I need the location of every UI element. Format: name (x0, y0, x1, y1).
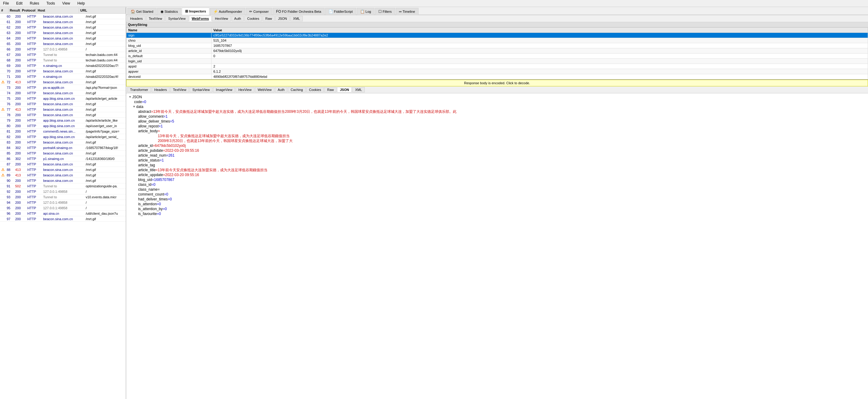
traffic-row[interactable]: 63 200 HTTP beacon.sina.com.cn /mrt.gif (0, 30, 126, 35)
response-tab-transformer[interactable]: Transformer (127, 87, 151, 92)
traffic-row[interactable]: ⚠ 72 413 HTTP beacon.sina.com.cn /mrt.gi… (0, 79, 126, 85)
request-tab-json[interactable]: JSON (275, 16, 290, 21)
response-tab-xml[interactable]: XML (352, 87, 365, 92)
row-num: 73 (5, 85, 14, 90)
row-url: /mrt.gif (85, 178, 126, 183)
top-tab-log[interactable]: 📋Log (357, 8, 374, 15)
traffic-row[interactable]: 78 200 HTTP beacon.sina.com.cn /mrt.gif (0, 112, 126, 118)
querystring-row[interactable]: chno515_104 (126, 38, 868, 43)
response-tab-json[interactable]: JSON (337, 87, 352, 92)
response-tab-auth[interactable]: Auth (275, 87, 287, 92)
traffic-row[interactable]: 85 200 HTTP beacon.sina.com.cn /mrt.gif (0, 150, 126, 156)
traffic-row[interactable]: 60 200 HTTP beacon.sina.com.cn /mrt.gif (0, 14, 126, 19)
traffic-row[interactable]: 87 200 HTTP beacon.sina.com.cn /mrt.gif (0, 162, 126, 167)
response-tab-caching[interactable]: Caching (288, 87, 305, 92)
menu-rules[interactable]: Rules (28, 1, 41, 6)
response-tab-imageview[interactable]: ImageView (213, 87, 235, 92)
querystring-row[interactable]: appid2 (126, 64, 868, 69)
traffic-row[interactable]: 97 200 HTTP beacon.sina.com.cn /mrt.gif (0, 216, 126, 222)
traffic-row[interactable]: 90 200 HTTP beacon.sina.com.cn /mrt.gif (0, 178, 126, 183)
json-node[interactable]: JSON (129, 94, 866, 99)
traffic-row[interactable]: 83 200 HTTP beacon.sina.com.cn /mrt.gif (0, 140, 126, 145)
querystring-row[interactable]: blog_uid1685707867 (126, 43, 868, 48)
menu-view[interactable]: View (60, 1, 72, 6)
traffic-row[interactable]: 82 200 HTTP app.blog.sina.com.cn /api/ar… (0, 134, 126, 140)
row-protocol: HTTP (26, 69, 42, 73)
response-tab-hexview[interactable]: HexView (236, 87, 254, 92)
traffic-row[interactable]: 68 200 HTTP Tunnel to techain.baidu.com:… (0, 57, 126, 63)
tab-icon: 📋 (360, 9, 365, 14)
traffic-row[interactable]: 61 200 HTTP beacon.sina.com.cn /mrt.gif (0, 19, 126, 25)
request-tab-hexview[interactable]: HexView (212, 16, 231, 21)
traffic-row[interactable]: 80 200 HTTP app.blog.sina.com.cn /api/us… (0, 123, 126, 129)
traffic-row[interactable]: 91 502 HTTP Tunnel to optimizationguide-… (0, 183, 126, 189)
request-tab-webforms[interactable]: WebForms (189, 16, 212, 21)
request-tab-textview[interactable]: TextView (146, 16, 165, 21)
traffic-row[interactable]: 74 200 HTTP beacon.sina.com.cn /mrt.gif (0, 90, 126, 96)
querystring-row[interactable]: article_id6479dc5b0102yo0j (126, 48, 868, 54)
querystring-row[interactable]: appver6.1.2 (126, 69, 868, 74)
request-tab-raw[interactable]: Raw (262, 16, 275, 21)
traffic-row[interactable]: ⚠ 88 413 HTTP beacon.sina.com.cn /mrt.gi… (0, 167, 126, 172)
traffic-row[interactable]: 81 200 HTTP comment5.news.sin... /page/i… (0, 129, 126, 134)
menu-help[interactable]: Help (76, 1, 87, 6)
request-tab-xml[interactable]: XML (290, 16, 303, 21)
json-tree[interactable]: JSON ·code=0 data ·abstract=13年前今天，安贞焕抵达… (126, 93, 868, 399)
traffic-row[interactable]: ⚠ 89 413 HTTP beacon.sina.com.cn /mrt.gi… (0, 172, 126, 178)
traffic-row[interactable]: 76 200 HTTP beacon.sina.com.cn /mrt.gif (0, 101, 126, 107)
traffic-row[interactable]: 71 200 HTTP n.sinaimg.cn /sinakd20220320… (0, 74, 126, 79)
response-tab-textview[interactable]: TextView (170, 87, 189, 92)
traffic-row[interactable]: 84 302 HTTP portrait4.sinaimg.cn /168570… (0, 145, 126, 150)
response-tab-syntaxview[interactable]: SyntaxView (190, 87, 212, 92)
top-tab-timeline[interactable]: ═Timeline (396, 8, 418, 15)
menu-edit[interactable]: Edit (14, 1, 24, 6)
traffic-row[interactable]: 73 200 HTTP ps-w.applik.cn /api.php?form… (0, 85, 126, 90)
traffic-row[interactable]: 96 200 HTTP api.sina.cn /util/client_dau… (0, 211, 126, 216)
top-tab-get-started[interactable]: 🏠Get Started (127, 8, 157, 15)
json-expand-arrow[interactable] (132, 104, 135, 109)
top-tab-filters[interactable]: ☐Filters (375, 8, 395, 15)
traffic-row[interactable]: 79 200 HTTP app.blog.sina.com.cn /api/ar… (0, 118, 126, 123)
traffic-row[interactable]: 66 200 HTTP 127.0.0.1:49858 / (0, 47, 126, 52)
row-num: 70 (5, 69, 14, 73)
traffic-row[interactable]: ⚠ 77 413 HTTP beacon.sina.com.cn /mrt.gi… (0, 107, 126, 112)
traffic-row[interactable]: 92 200 HTTP 127.0.0.1:49858 / (0, 189, 126, 194)
response-tab-cookies[interactable]: Cookies (306, 87, 324, 92)
traffic-row[interactable]: 65 200 HTTP beacon.sina.com.cn /mrt.gif (0, 41, 126, 47)
menu-tools[interactable]: Tools (45, 1, 57, 6)
menu-file[interactable]: File (1, 1, 11, 6)
top-tab-composer[interactable]: ✏Composer (246, 8, 272, 15)
traffic-row[interactable]: 62 200 HTTP beacon.sina.com.cn /mrt.gif (0, 25, 126, 30)
json-indent (129, 163, 137, 168)
response-tab-raw[interactable]: Raw (324, 87, 336, 92)
querystring-row[interactable]: is_default0 (126, 54, 868, 59)
top-tab-autoresponder[interactable]: ⚡AutoResponder (210, 8, 245, 15)
querystring-row[interactable]: deviceid4890b6ff22f70f87d8f757fdd8804ebd (126, 74, 868, 79)
traffic-row[interactable]: 70 200 HTTP beacon.sina.com.cn /mrt.gif (0, 68, 126, 74)
notice-bar[interactable]: Response body is encoded. Click to decod… (126, 80, 868, 86)
querystring-row[interactable]: signc9f1e5227d032e9d136b774f99ec53fb6a49… (126, 33, 868, 38)
json-expand-arrow[interactable] (129, 94, 132, 99)
traffic-row[interactable]: 95 200 HTTP 127.0.0.1:49858 / (0, 205, 126, 211)
traffic-row[interactable]: 86 302 HTTP p1.sinaimg.cn /1412318360/18… (0, 156, 126, 162)
traffic-row[interactable]: 75 200 HTTP app.blog.sina.com.cn /api/ar… (0, 96, 126, 101)
request-tab-headers[interactable]: Headers (127, 16, 146, 21)
row-protocol: HTTP (26, 178, 42, 183)
top-tab-statistics[interactable]: ◉Statistics (157, 8, 181, 15)
traffic-row[interactable]: 94 200 HTTP 127.0.0.1:49858 / (0, 200, 126, 205)
request-tab-auth[interactable]: Auth (231, 16, 244, 21)
traffic-row[interactable]: 93 200 HTTP Tunnel to v10.events.data.mi… (0, 194, 126, 200)
request-tab-cookies[interactable]: Cookies (244, 16, 262, 21)
traffic-list[interactable]: 60 200 HTTP beacon.sina.com.cn /mrt.gif … (0, 14, 126, 399)
traffic-row[interactable]: 69 200 HTTP n.sinaimg.cn /sinakd20220320… (0, 63, 126, 68)
querystring-row[interactable]: login_uid (126, 59, 868, 64)
response-tab-webview[interactable]: WebView (255, 87, 274, 92)
top-tab-fo-fiddler-orchestra-beta[interactable]: FOFO Fiddler Orchestra Beta (273, 8, 324, 15)
traffic-row[interactable]: 64 200 HTTP beacon.sina.com.cn /mrt.gif (0, 35, 126, 41)
traffic-row[interactable]: 67 200 HTTP Tunnel to techain.baidu.com:… (0, 52, 126, 57)
top-tab-inspectors[interactable]: ⊞Inspectors (182, 8, 209, 15)
json-node[interactable]: data (129, 104, 866, 109)
request-tab-syntaxview[interactable]: SyntaxView (165, 16, 188, 21)
top-tab-fiddlerscript[interactable]: 📄FiddlerScript (325, 8, 356, 15)
response-tab-headers[interactable]: Headers (152, 87, 170, 92)
